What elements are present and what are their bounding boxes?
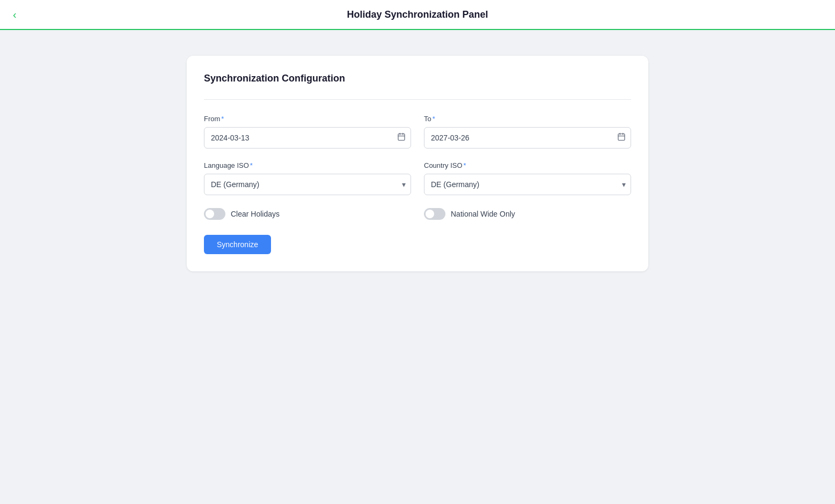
national-wide-only-toggle-group: National Wide Only <box>424 208 631 220</box>
language-iso-select[interactable]: DE (Germany) EN (English) FR (France) ES… <box>204 174 411 195</box>
synchronize-button[interactable]: Synchronize <box>204 235 271 254</box>
to-group: To* <box>424 115 631 149</box>
from-label: From* <box>204 115 411 123</box>
clear-holidays-toggle[interactable] <box>204 208 225 220</box>
button-row: Synchronize <box>204 235 631 254</box>
from-input-wrapper <box>204 127 411 149</box>
header: ‹ Holiday Synchronization Panel <box>0 0 835 30</box>
national-wide-only-toggle[interactable] <box>424 208 445 220</box>
back-button[interactable]: ‹ <box>13 9 17 20</box>
to-label: To* <box>424 115 631 123</box>
date-row: From* To* <box>204 115 631 149</box>
country-iso-group: Country ISO* DE (Germany) US (United Sta… <box>424 161 631 195</box>
country-iso-select[interactable]: DE (Germany) US (United States) FR (Fran… <box>424 174 631 195</box>
from-date-input[interactable] <box>204 127 411 149</box>
toggles-row: Clear Holidays National Wide Only <box>204 208 631 220</box>
clear-holidays-label: Clear Holidays <box>231 210 280 218</box>
clear-holidays-slider <box>204 208 225 220</box>
clear-holidays-toggle-group: Clear Holidays <box>204 208 411 220</box>
from-calendar-icon[interactable] <box>397 132 406 143</box>
iso-row: Language ISO* DE (Germany) EN (English) … <box>204 161 631 195</box>
to-date-input[interactable] <box>424 127 631 149</box>
language-iso-group: Language ISO* DE (Germany) EN (English) … <box>204 161 411 195</box>
page-content: Synchronization Configuration From* <box>0 30 835 297</box>
language-iso-label: Language ISO* <box>204 161 411 169</box>
national-wide-only-slider <box>424 208 445 220</box>
to-input-wrapper <box>424 127 631 149</box>
country-iso-label: Country ISO* <box>424 161 631 169</box>
language-iso-select-wrapper: DE (Germany) EN (English) FR (France) ES… <box>204 174 411 195</box>
page-title: Holiday Synchronization Panel <box>347 9 488 20</box>
to-calendar-icon[interactable] <box>617 132 626 143</box>
divider <box>204 99 631 100</box>
from-group: From* <box>204 115 411 149</box>
svg-rect-0 <box>398 134 405 140</box>
svg-rect-4 <box>618 134 625 140</box>
country-iso-select-wrapper: DE (Germany) US (United States) FR (Fran… <box>424 174 631 195</box>
sync-card: Synchronization Configuration From* <box>187 56 648 271</box>
card-title: Synchronization Configuration <box>204 73 631 84</box>
national-wide-only-label: National Wide Only <box>451 210 515 218</box>
